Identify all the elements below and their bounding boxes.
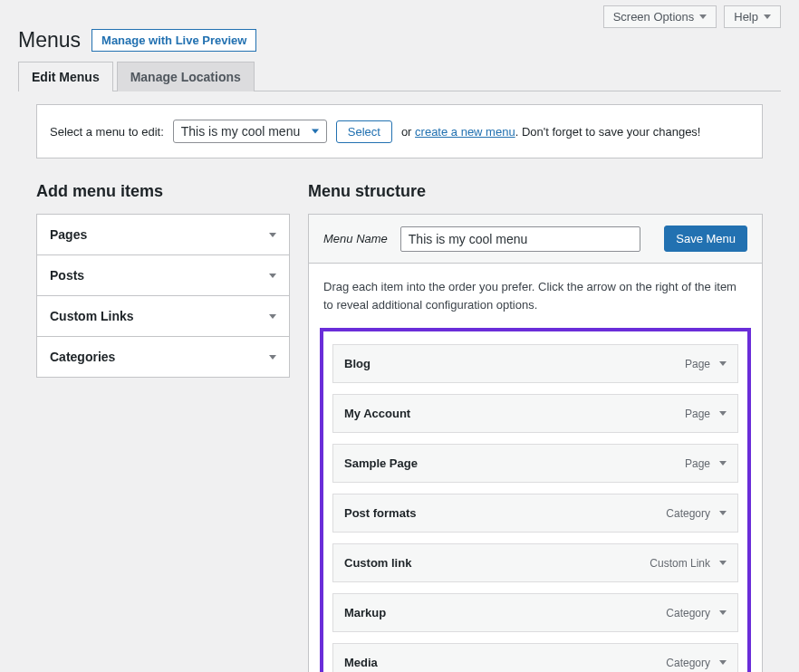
accordion-pages[interactable]: Pages [37, 215, 289, 255]
chevron-down-icon[interactable] [719, 610, 727, 615]
chevron-down-icon [269, 355, 276, 360]
menu-item-type: Category [666, 607, 710, 619]
menu-item-type: Page [685, 457, 710, 470]
menu-item-type: Category [666, 507, 710, 520]
tabs: Edit Menus Manage Locations [18, 62, 781, 91]
menu-item-type: Page [685, 358, 710, 370]
menu-item[interactable]: My Account Page [332, 394, 738, 433]
accordion-label: Pages [50, 227, 87, 242]
chevron-down-icon[interactable] [719, 511, 727, 515]
help-button[interactable]: Help [724, 5, 781, 28]
menu-item[interactable]: Post formats Category [332, 494, 738, 533]
chevron-down-icon [764, 14, 771, 19]
chevron-down-icon [269, 274, 276, 278]
page-title: Menus [18, 28, 81, 53]
accordion-categories[interactable]: Categories [37, 337, 289, 377]
accordion-label: Custom Links [50, 309, 134, 323]
chevron-down-icon [269, 233, 276, 237]
chevron-down-icon[interactable] [719, 411, 727, 416]
menu-name-input[interactable] [400, 226, 640, 252]
or-text: or create a new menu. Don't forget to sa… [401, 125, 701, 139]
menu-structure-title: Menu structure [308, 182, 763, 201]
accordion-label: Posts [50, 268, 84, 283]
accordion-label: Categories [50, 350, 115, 364]
menu-item-type: Custom Link [650, 557, 710, 570]
menu-item[interactable]: Custom link Custom Link [332, 543, 738, 582]
chevron-down-icon[interactable] [719, 361, 727, 366]
menu-item-label: Custom link [344, 556, 411, 570]
select-prompt: Select a menu to edit: [50, 125, 164, 139]
menu-name-label: Menu Name [323, 232, 388, 245]
menu-item-label: Sample Page [344, 456, 418, 470]
menu-item-label: My Account [344, 407, 410, 420]
chevron-down-icon[interactable] [719, 461, 727, 466]
live-preview-button[interactable]: Manage with Live Preview [91, 29, 256, 52]
tab-edit-menus[interactable]: Edit Menus [18, 62, 113, 91]
menu-item-label: Media [344, 656, 378, 669]
accordion-posts[interactable]: Posts [37, 255, 289, 296]
select-button[interactable]: Select [336, 120, 392, 143]
menu-item-type: Category [666, 657, 710, 669]
chevron-down-icon[interactable] [719, 660, 727, 665]
menu-item-label: Markup [344, 606, 386, 619]
instructions-text: Drag each item into the order you prefer… [309, 264, 762, 328]
menu-select[interactable]: This is my cool menu [173, 120, 327, 143]
screen-options-label: Screen Options [613, 10, 695, 24]
menu-items-highlight: Blog Page My Account Page [320, 328, 751, 672]
add-items-accordion: Pages Posts Custom Links Categories [36, 214, 290, 378]
menu-item[interactable]: Media Category [332, 643, 738, 672]
save-menu-button[interactable]: Save Menu [664, 226, 747, 252]
menu-item-label: Blog [344, 357, 371, 370]
chevron-down-icon [699, 14, 707, 19]
accordion-custom-links[interactable]: Custom Links [37, 296, 289, 337]
help-label: Help [734, 10, 758, 24]
menu-item[interactable]: Sample Page Page [332, 444, 738, 483]
menu-item-type: Page [685, 408, 710, 420]
menu-item[interactable]: Blog Page [332, 344, 738, 383]
tab-manage-locations[interactable]: Manage Locations [117, 62, 255, 91]
chevron-down-icon [269, 314, 276, 319]
menu-select-bar: Select a menu to edit: This is my cool m… [36, 104, 763, 158]
create-menu-link[interactable]: create a new menu [415, 125, 515, 139]
menu-structure-box: Menu Name Save Menu Drag each item into … [308, 214, 763, 672]
chevron-down-icon[interactable] [719, 561, 727, 565]
menu-item[interactable]: Markup Category [332, 593, 738, 632]
menu-item-label: Post formats [344, 506, 416, 520]
add-items-title: Add menu items [36, 182, 290, 201]
screen-options-button[interactable]: Screen Options [603, 5, 717, 28]
